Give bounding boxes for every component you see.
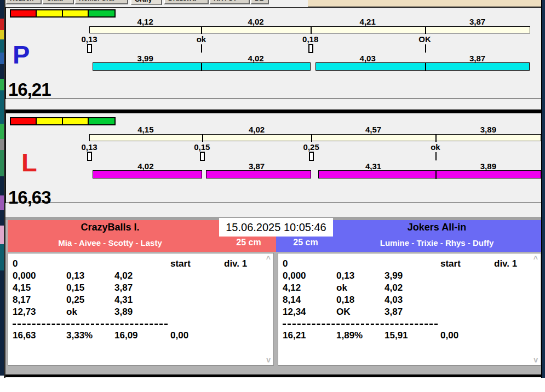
tab-6[interactable]: KR / ST — [209, 0, 250, 4]
results-table-right[interactable]: 0startdiv. 10,0000,133,994,12ok4,028,140… — [278, 253, 541, 366]
tab-7[interactable]: DZ — [250, 0, 269, 4]
table-cell: 0,15 — [66, 283, 84, 293]
status-swatch — [88, 117, 116, 125]
tab-label: Kombi Graf — [79, 0, 114, 2]
table-header-start: start — [170, 258, 191, 269]
status-swatch — [10, 117, 37, 125]
team-name-left: CrazyBalls I. — [10, 222, 210, 233]
lane-total-P: 16,21 — [8, 80, 51, 99]
scoreboard-panel: 15.06.2025 10:05:46 CrazyBalls I. Mia - … — [5, 217, 542, 377]
table-cell: 8,17 — [13, 295, 31, 305]
tab-label: KR / ST — [214, 0, 237, 2]
split-divider — [435, 134, 437, 142]
net-bar — [315, 62, 530, 71]
split-time-label: 4,02 — [232, 125, 282, 134]
table-separator — [13, 324, 168, 325]
crossing-label: ok — [182, 34, 220, 44]
net-time-label: 4,03 — [343, 54, 392, 63]
team-dogs-left: Mia - Aivee - Scotty - Lasty — [10, 238, 210, 247]
lane-letter-L: L — [21, 149, 37, 175]
split-time-label: 4,15 — [121, 125, 170, 134]
table-header-div: div. 1 — [494, 258, 517, 269]
table-cell: 12,73 — [13, 307, 36, 318]
crossing-box-marker — [308, 44, 313, 53]
tab-label: DZ — [255, 0, 263, 2]
crossing-box-marker — [87, 152, 92, 161]
scroll-up-icon[interactable]: ^ — [533, 255, 538, 263]
table-total-cell: 3,33% — [66, 330, 93, 341]
tab-4[interactable]: Grafy — [130, 0, 162, 5]
crossing-label: 0,13 — [70, 142, 108, 152]
crossing-label: ok — [416, 142, 455, 152]
table-header-div: div. 1 — [224, 258, 247, 269]
tab-label: Čidla — [47, 0, 62, 2]
tab-3[interactable]: Kombi Graf — [74, 0, 128, 4]
scroll-down-icon[interactable]: v — [266, 356, 271, 364]
status-swatch — [36, 117, 63, 125]
tab-5[interactable]: Družstva — [164, 0, 209, 4]
table-cell: 4,31 — [114, 295, 133, 305]
results-table-left[interactable]: 0startdiv. 10,0000,134,024,150,153,878,1… — [8, 253, 274, 366]
scroll-down-icon[interactable]: v — [533, 356, 538, 364]
crossing-box-marker — [309, 152, 314, 161]
table-total-cell: 16,21 — [283, 330, 306, 341]
scroll-up-icon[interactable]: ^ — [266, 255, 271, 263]
crossing-label: 0,13 — [70, 34, 108, 44]
net-time-label: 4,31 — [349, 162, 398, 171]
tab-1[interactable]: Rozběh — [5, 0, 42, 4]
jump-height-right: 25 cm — [278, 238, 333, 247]
table-total-cell: 16,09 — [114, 330, 138, 341]
table-total-cell: 15,91 — [385, 330, 408, 341]
title-strip — [308, 0, 541, 8]
table-total-cell: 16,63 — [13, 330, 36, 341]
lane-letter-P: P — [13, 42, 30, 67]
table-cell: 0,18 — [336, 295, 354, 305]
status-swatch — [62, 117, 89, 125]
crossing-box-marker — [200, 152, 205, 161]
application-window: RozběhČidlaKombi GrafGrafyDružstvaKR / S… — [0, 0, 545, 392]
net-bar — [93, 170, 202, 178]
split-divider — [201, 26, 202, 34]
table-header-zero: 0 — [13, 258, 18, 269]
net-time-label: 3,89 — [463, 162, 513, 171]
table-cell: 3,87 — [114, 283, 133, 293]
status-swatch — [36, 9, 63, 18]
net-time-label: 4,02 — [121, 162, 170, 171]
table-separator — [283, 324, 438, 325]
table-cell: OK — [336, 307, 351, 318]
split-time-label: 4,12 — [121, 17, 170, 26]
split-bar-track — [89, 134, 541, 141]
table-header-zero: 0 — [283, 258, 288, 269]
split-bar-track — [89, 26, 530, 33]
table-cell: 0,000 — [13, 270, 36, 281]
split-divider — [311, 26, 312, 34]
tab-label: Rozběh — [10, 0, 33, 2]
tab-label: Grafy — [135, 0, 152, 3]
table-cell: 3,87 — [385, 307, 403, 318]
split-divider — [311, 134, 312, 142]
team-dogs-right: Lumine - Trixie - Rhys - Duffy — [334, 238, 540, 247]
split-time-label: 3,89 — [463, 125, 513, 134]
tab-2[interactable]: Čidla — [42, 0, 74, 4]
table-total-cell: 0,00 — [170, 330, 188, 341]
table-cell: 4,02 — [114, 270, 133, 281]
net-divider — [201, 62, 202, 71]
table-cell: 0,13 — [66, 270, 84, 281]
net-time-label: 3,87 — [232, 162, 282, 171]
crossing-label: 0,18 — [291, 34, 330, 44]
split-time-label: 3,87 — [453, 17, 502, 26]
tab-label: Družstva — [168, 0, 196, 2]
status-swatch — [10, 9, 37, 18]
lane-panel-L: 4,154,020,134,023,870,154,574,310,253,89… — [5, 113, 542, 203]
table-cell: 3,99 — [385, 270, 403, 281]
net-bar — [206, 170, 311, 178]
net-time-label: 3,99 — [121, 54, 170, 63]
status-swatch — [88, 9, 116, 18]
table-cell: 4,12 — [283, 283, 301, 293]
crossing-ok-tick — [435, 152, 437, 160]
split-time-label: 4,02 — [231, 17, 280, 26]
table-cell: 0,000 — [283, 270, 306, 281]
crossing-label: 0,15 — [183, 142, 221, 152]
net-divider — [425, 62, 426, 71]
background-window-sliver — [0, 0, 4, 376]
